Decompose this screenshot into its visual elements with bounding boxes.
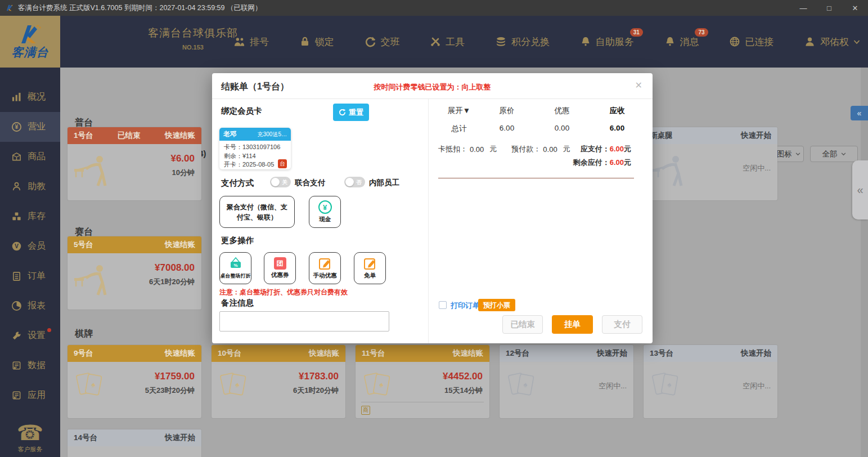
reset-button[interactable]: 重置	[333, 104, 369, 121]
drawer-handle[interactable]: «	[852, 160, 868, 219]
manual-discount-button[interactable]: 手动优惠	[309, 252, 341, 284]
pie-chart-icon	[11, 301, 22, 311]
table-card-1[interactable]: 1号台 已结束 快速结账 ¥6.00 10分钟	[68, 127, 201, 200]
expand-toggle[interactable]: 展开▼	[448, 106, 470, 116]
chevron-down-icon	[853, 39, 860, 44]
table-card-5[interactable]: 5号台 快速结账 ¥7008.00 6天1时20分钟	[68, 236, 201, 310]
deduction-row: 卡抵扣： 0.00 元 预付款： 0.00 元	[438, 144, 570, 154]
table-card-9[interactable]: 9号台 快速结账 ♠ ¥1759.00 5天23时20分钟	[68, 345, 201, 418]
cash-pay-button[interactable]: ¥ 现金	[309, 196, 341, 228]
internal-staff-toggle[interactable]: 否	[344, 177, 365, 187]
sidebar-nav: 概况 ¥ 营业 商品 助教 库存 V 会员 订单 报表 设置 数据 应用	[0, 68, 60, 457]
aggregate-pay-button[interactable]: 聚合支付（微信、支付宝、银联）	[219, 196, 295, 228]
table-card-11[interactable]: 11号台 快速结账 ♠ ¥4452.00 15天14分钟 商	[356, 345, 489, 418]
table-name: 10号台	[218, 348, 241, 359]
union-pay-toggle[interactable]: 关	[270, 177, 291, 187]
nav-label: 交班	[381, 35, 400, 48]
table-action[interactable]: 快速结账	[453, 348, 483, 359]
table-card-14[interactable]: 14号台 快速开始	[68, 429, 201, 457]
table-action[interactable]: 快速开始	[741, 131, 771, 141]
nav-item-queue[interactable]: 排号	[233, 35, 269, 48]
table-card-13[interactable]: 13号台 快速开始 ♠ 空闲中...	[644, 345, 777, 418]
coin-yen-icon: ¥	[11, 122, 22, 132]
nav-item-connection[interactable]: 已连接	[729, 35, 773, 48]
nav-item-tools[interactable]: 工具	[430, 35, 465, 48]
sidebar-item-reports[interactable]: 报表	[0, 291, 60, 321]
close-window-button[interactable]: ✕	[842, 0, 868, 16]
remark-input[interactable]	[219, 311, 389, 331]
remaining-unit: 元	[624, 158, 631, 167]
hold-order-button[interactable]: 挂单	[552, 315, 593, 334]
maximize-button[interactable]: □	[816, 0, 842, 16]
balance-value: ¥114	[242, 153, 256, 159]
remaining-line: 剩余应付：6.00元	[573, 158, 631, 168]
table-card-10[interactable]: 10号台 快速结账 ♠ ¥1783.00 6天1时20分钟	[212, 345, 345, 418]
playing-cards-icon: ♠	[218, 370, 251, 400]
card-deduct-input[interactable]: 0.00	[470, 145, 484, 154]
table-action[interactable]: 快速开始	[597, 348, 627, 359]
customer-service[interactable]: ☎ 客户服务	[0, 422, 60, 454]
table-action[interactable]: 快速开始	[165, 433, 195, 443]
chevron-down-icon	[841, 153, 846, 156]
union-pay-label: 联合支付	[295, 178, 325, 188]
table-action[interactable]: 快速开始	[741, 348, 771, 359]
sidebar-label: 库存	[28, 210, 46, 222]
dropdown-filter-all[interactable]: 全部	[810, 146, 858, 162]
close-icon[interactable]: ✕	[635, 80, 642, 91]
print-order-checkbox[interactable]	[439, 301, 447, 309]
table-action[interactable]: 快速结账	[165, 131, 195, 141]
nav-label: 锁定	[315, 35, 334, 48]
bar-chart-icon	[11, 92, 22, 102]
sidebar-item-data[interactable]: 数据	[0, 351, 60, 380]
sidebar-item-stock[interactable]: 库存	[0, 201, 60, 231]
free-order-button[interactable]: 免单	[354, 252, 386, 284]
sidebar-item-orders[interactable]: 订单	[0, 261, 60, 291]
stack-boxes-icon	[11, 211, 22, 222]
prepay-input[interactable]: 0.00	[543, 145, 557, 154]
table-name: 13号台	[650, 348, 673, 359]
table-discount-button[interactable]: % 桌台整场打折	[219, 252, 251, 284]
aggregate-pay-label: 聚合支付（微信、支付宝、银联）	[220, 202, 294, 222]
scrollbar-track[interactable]	[861, 68, 868, 457]
preprint-receipt-button[interactable]: 预打小票	[478, 299, 515, 311]
table-card-badge: 台	[278, 159, 287, 168]
finished-button[interactable]: 已结束	[502, 315, 543, 334]
nav-item-user[interactable]: 邓佑权	[804, 35, 860, 48]
sidebar-item-goods[interactable]: 商品	[0, 142, 60, 172]
sidebar-item-coach[interactable]: 助教	[0, 172, 60, 201]
minimize-button[interactable]: —	[790, 0, 816, 16]
phone-icon: ☎	[0, 422, 60, 444]
table-card-12[interactable]: 12号台 快速开始 ♠ 空闲中...	[500, 345, 633, 418]
sidebar-item-overview[interactable]: 概况	[0, 82, 60, 112]
table-action[interactable]: 快速结账	[309, 348, 339, 359]
total-due-value: 6.00	[610, 124, 624, 132]
table-name: 9号台	[74, 348, 93, 359]
pay-button[interactable]: 支付	[602, 315, 642, 334]
member-card[interactable]: 老邓 充300送5… 卡号：13031097106 剩余：¥114 开卡：202…	[219, 128, 291, 169]
nav-item-selfservice[interactable]: 自助服务 31	[580, 35, 634, 48]
table-price: ¥7008.00	[155, 262, 195, 274]
table-card-new[interactable]: 新桌腿 快速开始 空闲中...	[644, 127, 777, 200]
nav-item-messages[interactable]: 消息 73	[664, 35, 699, 48]
table-price: ¥6.00	[170, 153, 195, 164]
table-discount-label: 桌台整场打折	[221, 272, 251, 280]
svg-text:¥: ¥	[15, 124, 19, 130]
nav-item-shift[interactable]: 交班	[365, 35, 400, 48]
table-action[interactable]: 快速结账	[165, 348, 195, 359]
table-time: 10分钟	[172, 168, 195, 178]
nav-label: 已连接	[745, 35, 773, 48]
sidebar-label: 营业	[28, 121, 46, 133]
nav-item-points[interactable]: 积分兑换	[495, 35, 550, 48]
coupon-button[interactable]: 团 优惠券	[264, 252, 296, 284]
nav-item-lock[interactable]: 锁定	[299, 35, 334, 48]
sidebar-item-member[interactable]: V 会员	[0, 231, 60, 261]
card-no-value: 13031097106	[242, 144, 280, 150]
manual-discount-label: 手动优惠	[313, 272, 337, 280]
card-no-label: 卡号：	[224, 144, 242, 150]
total-row-label: 总计	[452, 124, 467, 134]
sidebar-item-settings[interactable]: 设置	[0, 321, 60, 351]
sidebar-item-apps[interactable]: 应用	[0, 380, 60, 410]
table-action[interactable]: 快速结账	[165, 240, 195, 250]
sidebar-item-business[interactable]: ¥ 营业	[0, 112, 60, 142]
collapsed-panel-tab[interactable]: «	[851, 106, 868, 120]
